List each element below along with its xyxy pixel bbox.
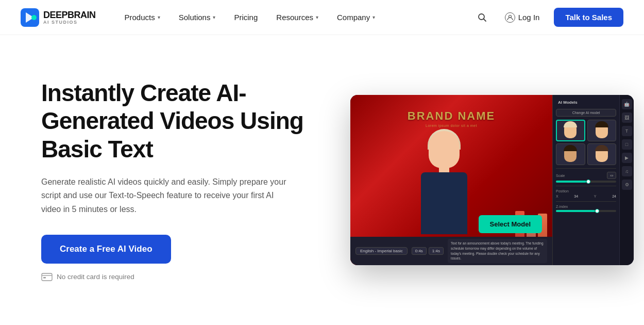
main-content: Instantly Create AI-Generated Videos Usi…	[0, 35, 644, 325]
position-y-value: 24	[612, 194, 616, 198]
svg-point-2	[31, 15, 37, 20]
time-indicators: 0:4s 1:4s	[412, 247, 444, 255]
hero-section: Instantly Create AI-Generated Videos Usi…	[41, 79, 319, 281]
svg-rect-6	[42, 273, 52, 281]
model-thumb-3[interactable]	[556, 143, 585, 165]
sidebar-icon-audio[interactable]: ♫	[622, 166, 632, 176]
editor-preview-section: BRAND NAME Lorem ipsum dolor sit a met	[350, 95, 634, 265]
search-icon	[478, 13, 487, 22]
nav-item-solutions[interactable]: Solutions ▾	[171, 9, 224, 26]
editor-video-area: BRAND NAME Lorem ipsum dolor sit a met	[350, 95, 552, 265]
chevron-down-icon: ▾	[372, 14, 375, 20]
logo-link[interactable]: DEEPBRAIN AI STUDIOS	[21, 8, 96, 27]
change-ai-model-button[interactable]: Change AI model	[556, 109, 616, 117]
brand-overlay: BRAND NAME Lorem ipsum dolor sit a met	[350, 109, 552, 127]
logo-text: DEEPBRAIN AI STUDIOS	[43, 10, 96, 25]
panel-title: AI Models	[556, 99, 616, 106]
sidebar-icon-settings[interactable]: ⚙	[622, 180, 632, 190]
model-grid	[556, 120, 616, 165]
panel-divider-2	[556, 186, 616, 186]
editor-sidebar: 🤖 🖼 T □ ▶ ♫ ⚙	[619, 95, 634, 265]
sidebar-icon-media[interactable]: ▶	[622, 153, 632, 163]
svg-rect-8	[43, 277, 46, 279]
panel-divider-3	[556, 201, 616, 202]
nav-item-resources[interactable]: Resources ▾	[268, 9, 327, 26]
script-text-box[interactable]: Text for an announcement above today's m…	[448, 239, 547, 263]
svg-line-4	[483, 19, 486, 21]
model-thumb-4[interactable]	[587, 143, 617, 165]
panel-divider	[556, 168, 616, 169]
person-head	[429, 131, 460, 168]
position-label: Position	[556, 189, 569, 193]
zindex-label: Z-index	[556, 205, 568, 208]
login-button[interactable]: Log In	[499, 8, 546, 27]
scale-slider[interactable]	[556, 181, 616, 183]
search-button[interactable]	[474, 9, 490, 26]
scale-label: Scale	[556, 174, 565, 177]
sidebar-icon-text[interactable]: T	[622, 126, 632, 136]
model-thumb-2[interactable]	[587, 120, 617, 141]
hero-title: Instantly Create AI-Generated Videos Usi…	[41, 79, 319, 163]
nav-actions: Log In Talk to Sales	[474, 8, 623, 27]
language-selector[interactable]: English - Imperial basic	[355, 247, 408, 255]
scale-section: Scale ⇔	[556, 172, 616, 183]
no-credit-card-note: No credit card is required	[41, 273, 319, 281]
nav-item-company[interactable]: Company ▾	[329, 9, 383, 26]
position-section: Position X 34 Y 24	[556, 189, 616, 198]
user-icon	[505, 12, 515, 23]
sidebar-icon-shape[interactable]: □	[622, 139, 632, 150]
editor-bottom-bar: English - Imperial basic 0:4s 1:4s Text …	[350, 237, 552, 265]
navbar: DEEPBRAIN AI STUDIOS Products ▾ Solution…	[0, 0, 644, 35]
model-thumb-1[interactable]	[556, 120, 585, 141]
nav-links: Products ▾ Solutions ▾ Pricing Resources…	[116, 9, 474, 26]
nav-item-products[interactable]: Products ▾	[116, 9, 168, 26]
hero-description: Generate realistic AI videos quickly and…	[41, 175, 294, 216]
chevron-down-icon: ▾	[316, 14, 318, 20]
position-x-value: 34	[574, 194, 578, 198]
time-badge-1: 0:4s	[412, 247, 427, 255]
talk-to-sales-button[interactable]: Talk to Sales	[554, 8, 623, 27]
ai-model-figure	[408, 131, 480, 234]
brand-name: BRAND NAME	[350, 109, 552, 123]
brand-subtitle: Lorem ipsum dolor sit a met	[350, 124, 552, 127]
editor-right-panel: AI Models Change AI model	[552, 95, 619, 265]
deepbrain-logo-icon	[21, 8, 39, 27]
video-editor-preview: BRAND NAME Lorem ipsum dolor sit a met	[350, 95, 634, 265]
chevron-down-icon: ▾	[158, 14, 160, 20]
zindex-section: Z-index	[556, 205, 616, 212]
sidebar-icon-image[interactable]: 🖼	[622, 112, 632, 123]
chevron-down-icon: ▾	[213, 14, 215, 20]
nav-item-pricing[interactable]: Pricing	[226, 9, 266, 26]
person-clothing	[421, 172, 467, 234]
credit-card-icon	[41, 273, 53, 281]
select-model-button[interactable]: Select Model	[479, 215, 542, 233]
zindex-slider[interactable]	[556, 210, 616, 212]
editor-layout: BRAND NAME Lorem ipsum dolor sit a met	[350, 95, 634, 265]
create-video-button[interactable]: Create a Free AI Video	[41, 235, 171, 264]
sidebar-icon-ai[interactable]: 🤖	[622, 99, 632, 109]
time-badge-2: 1:4s	[429, 247, 444, 255]
scale-expand-button[interactable]: ⇔	[607, 172, 616, 179]
